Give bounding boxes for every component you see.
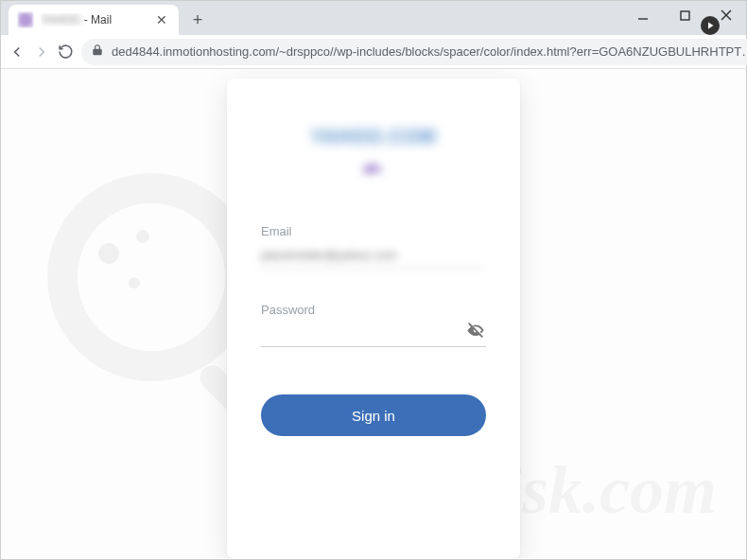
url-text: ded4844.inmotionhosting.com/~drsppco//wp… [112,44,747,59]
minimize-button[interactable] [629,3,657,27]
forward-button [33,40,50,64]
email-field-group: Email [261,224,486,269]
visibility-off-icon[interactable] [465,320,486,344]
lock-icon [91,44,104,61]
brand-title: YAHOO.COM [311,126,437,148]
url-input[interactable]: ded4844.inmotionhosting.com/~drsppco//wp… [81,39,747,65]
sign-in-button[interactable]: Sign in [261,394,486,436]
brand-area: YAHOO.COM ah- [261,126,486,177]
browser-tab[interactable]: YAHOO - Mail ✕ [9,5,179,35]
titlebar: YAHOO - Mail ✕ + [1,1,746,35]
email-label: Email [261,224,486,238]
email-input[interactable] [261,244,486,269]
svg-rect-1 [681,11,689,20]
brand-subtitle: ah- [364,161,384,176]
page-viewport: risk.com YAHOO.COM ah- Email Password Si… [2,69,745,558]
browser-window: YAHOO - Mail ✕ + ded4844.inmotionhosting… [0,0,747,560]
address-bar: ded4844.inmotionhosting.com/~drsppco//wp… [1,35,746,69]
reload-button[interactable] [58,40,74,64]
new-tab-button[interactable]: + [184,7,211,33]
close-tab-icon[interactable]: ✕ [154,12,169,27]
login-card: YAHOO.COM ah- Email Password Sign in [227,79,520,558]
tab-title: YAHOO - Mail [41,13,147,26]
favicon-icon [18,12,33,27]
maximize-button[interactable] [670,3,699,27]
password-input[interactable] [261,323,486,347]
window-controls [629,3,740,27]
back-button[interactable] [9,40,26,64]
close-window-button[interactable] [712,3,740,27]
password-label: Password [261,303,486,317]
password-field-group: Password [261,303,486,347]
